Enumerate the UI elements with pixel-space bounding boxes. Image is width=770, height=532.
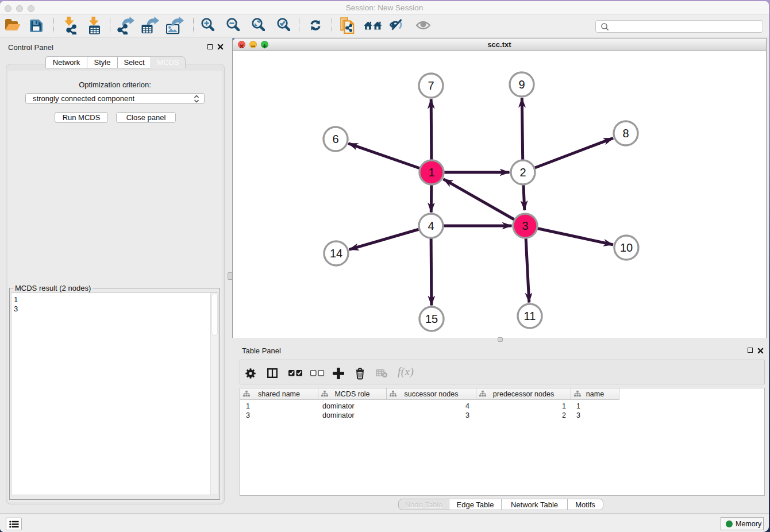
svg-text:15: 15 [425,313,438,325]
svg-text:14: 14 [330,247,342,260]
svg-text:6: 6 [332,133,338,145]
svg-text:1: 1 [428,166,434,179]
svg-text:11: 11 [524,310,536,322]
svg-text:7: 7 [428,79,434,92]
svg-text:9: 9 [518,78,525,91]
svg-text:2: 2 [519,166,526,179]
svg-text:10: 10 [620,241,633,254]
svg-text:4: 4 [428,219,434,232]
svg-text:3: 3 [522,219,528,232]
svg-text:8: 8 [622,127,629,140]
